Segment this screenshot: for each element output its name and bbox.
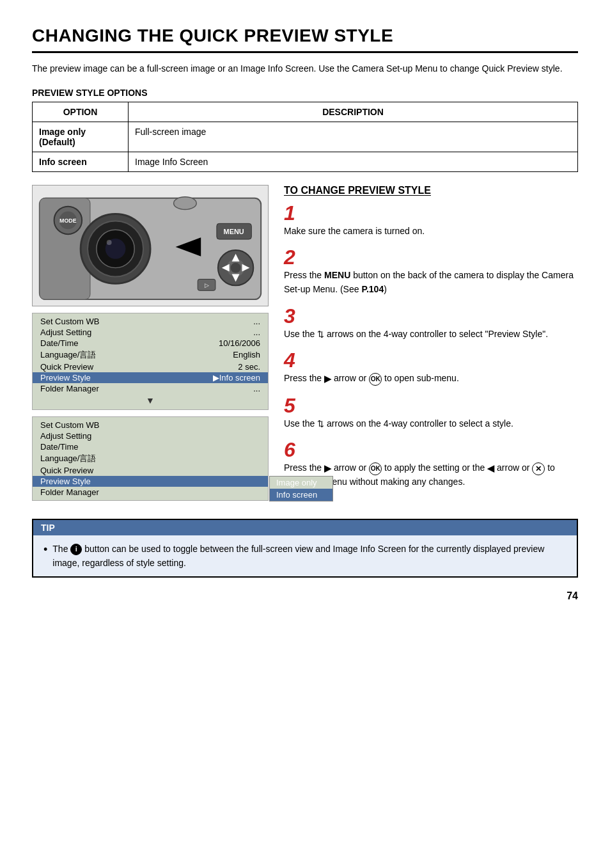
menu-row: Date/Time 10/16/2006 — [33, 338, 268, 349]
ok-icon-2: OK — [369, 462, 382, 475]
step-2: 2 Press the MENU button on the back of t… — [284, 247, 578, 296]
menu-scroll-indicator: ▼ — [33, 394, 268, 407]
left-column: MODE MENU ▷ — [32, 185, 269, 507]
svg-text:MENU: MENU — [224, 228, 244, 235]
submenu-item-selected: Info screen — [270, 489, 332, 501]
menu-row-highlighted: Preview Style ▶Info screen — [33, 372, 268, 383]
menu-row: Quick Preview 2 sec. — [33, 361, 268, 372]
step-num-1: 1 — [284, 203, 578, 223]
step-text-3: Use the ⇅ arrows on the 4-way controller… — [284, 327, 578, 342]
table-row: Info screen Image Info Screen — [33, 152, 578, 171]
menu-row: Adjust Setting ... — [33, 327, 268, 338]
submenu-item: Image only — [270, 477, 332, 489]
updown-arrow-icon-2: ⇅ — [317, 418, 324, 430]
to-change-heading: TO CHANGE PREVIEW STYLE — [284, 185, 578, 196]
right-arrow-icon-2: ▶ — [324, 462, 331, 476]
svg-text:▷: ▷ — [205, 282, 209, 288]
ok-icon: OK — [369, 373, 382, 386]
menu-row: Set Custom WB — [33, 420, 268, 430]
step-text-5: Use the ⇅ arrows on the 4-way controller… — [284, 417, 578, 431]
two-col-layout: MODE MENU ▷ — [32, 185, 578, 507]
step-num-2: 2 — [284, 247, 578, 267]
svg-point-6 — [107, 240, 112, 245]
step-5: 5 Use the ⇅ arrows on the 4-way controll… — [284, 395, 578, 431]
description-cell: Image Info Screen — [129, 152, 578, 171]
option-cell: Image only(Default) — [33, 122, 129, 152]
menu-row: Quick Preview — [33, 465, 268, 476]
option-cell: Info screen — [33, 152, 129, 171]
step-num-4: 4 — [284, 350, 578, 370]
step-1: 1 Make sure the camera is turned on. — [284, 203, 578, 239]
submenu: Image only Info screen — [269, 476, 333, 501]
right-arrow-icon: ▶ — [324, 372, 331, 386]
menu-row: Folder Manager — [33, 487, 268, 498]
step-3: 3 Use the ⇅ arrows on the 4-way controll… — [284, 306, 578, 342]
menu-row: Adjust Setting — [33, 430, 268, 441]
menu-row: Set Custom WB ... — [33, 316, 268, 327]
svg-text:MODE: MODE — [59, 217, 77, 224]
menu-row: Folder Manager ... — [33, 383, 268, 394]
section-heading: PREVIEW STYLE OPTIONS — [32, 88, 578, 98]
table-row: Image only(Default) Full-screen image — [33, 122, 578, 152]
col-header-option: OPTION — [33, 102, 129, 122]
right-column: TO CHANGE PREVIEW STYLE 1 Make sure the … — [284, 185, 578, 507]
menu-row-highlighted: Preview Style Image only Info screen — [33, 476, 268, 487]
bullet-dot: • — [43, 544, 47, 555]
step-text-1: Make sure the camera is turned on. — [284, 225, 578, 239]
step-num-3: 3 — [284, 306, 578, 326]
left-arrow-icon: ◀ — [487, 462, 494, 476]
step-4: 4 Press the ▶ arrow or OK to open sub-me… — [284, 350, 578, 386]
tip-box: TIP • The i button can be used to toggle… — [32, 519, 578, 578]
svg-point-15 — [231, 262, 241, 272]
updown-arrow-icon: ⇅ — [317, 328, 324, 341]
step-text-2: Press the MENU button on the back of the… — [284, 269, 578, 296]
menu-row: Date/Time — [33, 441, 268, 452]
tip-text: The i button can be used to toggle betwe… — [52, 542, 567, 571]
options-table: OPTION DESCRIPTION Image only(Default) F… — [32, 102, 578, 172]
menu-row: Language/言語 English — [33, 349, 268, 361]
menu-screenshot-2: Set Custom WB Adjust Setting Date/Time L… — [32, 416, 269, 501]
cancel-icon: ✕ — [532, 462, 545, 475]
camera-illustration: MODE MENU ▷ — [32, 185, 269, 306]
step-num-5: 5 — [284, 395, 578, 416]
tip-content: • The i button can be used to toggle bet… — [33, 535, 577, 577]
page-number: 74 — [32, 590, 578, 602]
description-cell: Full-screen image — [129, 122, 578, 152]
tip-header: TIP — [33, 520, 577, 535]
info-icon: i — [70, 544, 82, 555]
step-num-6: 6 — [284, 439, 578, 460]
intro-text: The preview image can be a full-screen i… — [32, 62, 578, 76]
menu-row: Language/言語 — [33, 452, 268, 465]
svg-point-10 — [174, 196, 197, 209]
tip-bullet: • The i button can be used to toggle bet… — [43, 542, 567, 571]
menu-screenshot-1: Set Custom WB ... Adjust Setting ... Dat… — [32, 313, 269, 410]
page-title: CHANGING THE QUICK PREVIEW STYLE — [32, 26, 578, 53]
step-text-4: Press the ▶ arrow or OK to open sub-menu… — [284, 372, 578, 386]
col-header-description: DESCRIPTION — [129, 102, 578, 122]
